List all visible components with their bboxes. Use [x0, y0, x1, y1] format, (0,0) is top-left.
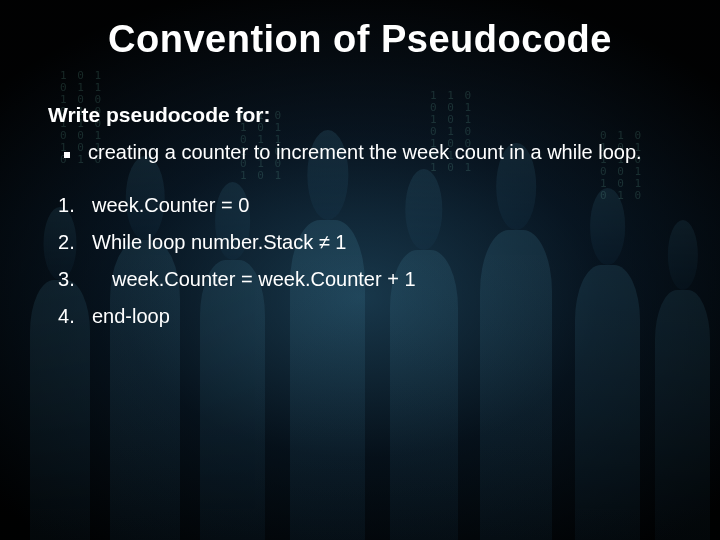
list-item: week.Counter = 0 [52, 194, 672, 217]
list-item: While loop number.Stack ≠ 1 [52, 231, 672, 254]
bullet-icon [64, 152, 70, 158]
slide-content: Convention of Pseudocode Write pseudocod… [0, 0, 720, 328]
list-item: week.Counter = week.Counter + 1 [52, 268, 672, 291]
bullet-item: creating a counter to increment the week… [56, 141, 672, 164]
slide-subheading: Write pseudocode for: [48, 103, 672, 127]
bullet-text: creating a counter to increment the week… [88, 141, 642, 164]
numbered-list: week.Counter = 0 While loop number.Stack… [52, 194, 672, 328]
list-item: end-loop [52, 305, 672, 328]
slide-title: Convention of Pseudocode [48, 18, 672, 61]
